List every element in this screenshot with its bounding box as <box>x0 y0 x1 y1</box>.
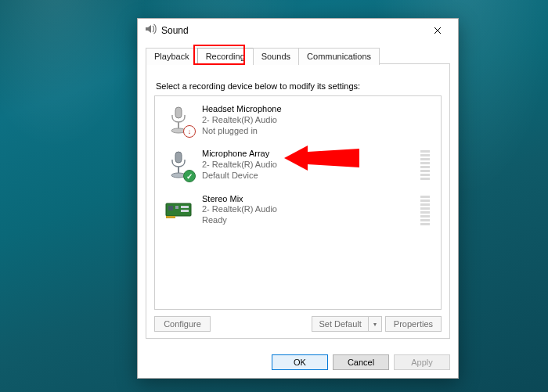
dialog-body: Playback Recording Sounds Communications… <box>138 42 458 347</box>
svg-rect-4 <box>178 167 179 173</box>
tab-recording[interactable]: Recording <box>197 48 254 65</box>
mic-icon <box>163 104 194 135</box>
configure-button[interactable]: Configure <box>154 316 211 332</box>
device-item-headset-mic[interactable]: Headset Microphone 2- Realtek(R) Audio N… <box>157 98 439 142</box>
status-badge-ok-icon <box>183 170 196 182</box>
svg-rect-11 <box>166 216 175 218</box>
cancel-button[interactable]: Cancel <box>333 354 389 370</box>
device-list[interactable]: Headset Microphone 2- Realtek(R) Audio N… <box>154 95 442 310</box>
svg-rect-1 <box>178 122 179 128</box>
apply-button[interactable]: Apply <box>394 354 450 370</box>
dialog-footer: OK Cancel Apply <box>138 347 458 378</box>
app-icon <box>144 23 157 38</box>
ok-button[interactable]: OK <box>272 354 328 370</box>
svg-rect-10 <box>181 210 189 212</box>
tab-content: Select a recording device below to modif… <box>146 63 450 339</box>
device-desc: 2- Realtek(R) Audio <box>202 115 433 126</box>
set-default-label: Set Default <box>312 317 368 331</box>
tab-playback[interactable]: Playback <box>146 48 198 65</box>
device-name: Microphone Array <box>202 149 413 160</box>
status-badge-error-icon <box>183 125 196 138</box>
device-desc: 2- Realtek(R) Audio <box>202 160 413 171</box>
svg-rect-0 <box>175 107 182 118</box>
tab-sounds[interactable]: Sounds <box>253 48 299 65</box>
device-item-stereo-mix[interactable]: Stereo Mix 2- Realtek(R) Audio Ready <box>157 188 439 232</box>
svg-rect-9 <box>181 206 189 208</box>
device-actions: Configure Set Default ▾ Properties <box>154 316 442 332</box>
device-status: Not plugged in <box>202 126 433 137</box>
device-name: Headset Microphone <box>202 104 433 115</box>
svg-rect-8 <box>175 206 178 209</box>
card-icon <box>163 194 194 225</box>
mic-icon <box>163 149 194 180</box>
close-button[interactable] <box>420 20 455 41</box>
set-default-button[interactable]: Set Default ▾ <box>312 316 381 332</box>
level-meter <box>420 149 430 180</box>
properties-button[interactable]: Properties <box>385 316 442 332</box>
tab-bar: Playback Recording Sounds Communications <box>146 47 450 64</box>
titlebar: Sound <box>138 19 458 42</box>
close-icon <box>434 27 442 34</box>
device-status: Ready <box>202 215 413 226</box>
chevron-down-icon[interactable]: ▾ <box>369 317 381 331</box>
instruction-text: Select a recording device below to modif… <box>156 81 440 91</box>
svg-rect-7 <box>168 206 173 210</box>
device-item-mic-array[interactable]: Microphone Array 2- Realtek(R) Audio Def… <box>157 142 439 187</box>
device-status: Default Device <box>202 171 413 182</box>
window-title: Sound <box>161 25 420 36</box>
svg-rect-3 <box>175 152 182 163</box>
device-name: Stereo Mix <box>202 194 413 205</box>
sound-dialog: Sound Playback Recording Sounds Communic… <box>137 18 459 379</box>
tab-communications[interactable]: Communications <box>298 48 380 65</box>
device-desc: 2- Realtek(R) Audio <box>202 204 413 215</box>
level-meter <box>420 194 430 225</box>
